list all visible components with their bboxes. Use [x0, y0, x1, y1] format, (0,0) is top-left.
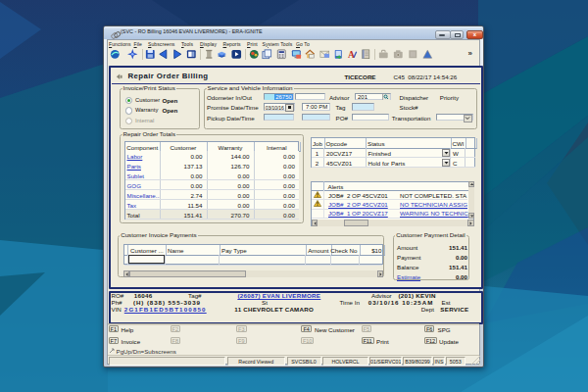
svg-text:A: A [348, 49, 355, 60]
